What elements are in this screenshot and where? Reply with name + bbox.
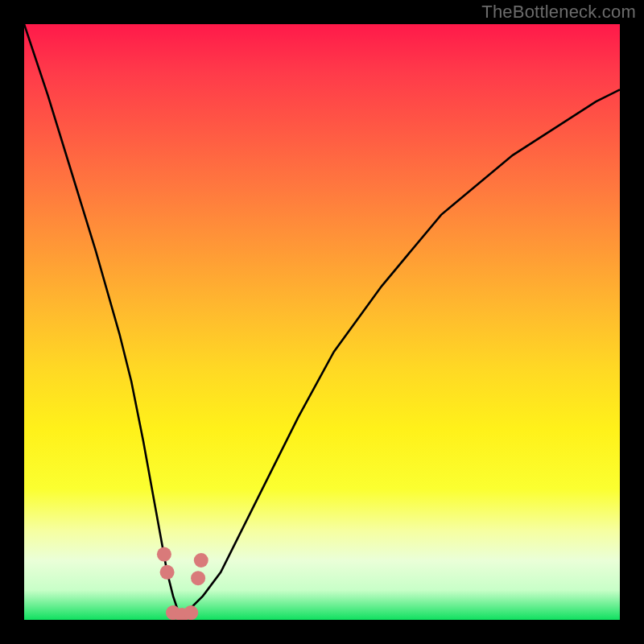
bottom-marker-3 [184, 605, 198, 620]
watermark-label: TheBottleneck.com [481, 2, 636, 23]
right-cluster-marker-1 [191, 571, 205, 585]
chart-overlay-svg [24, 24, 620, 620]
bottleneck-curve [24, 24, 620, 614]
outer-frame: TheBottleneck.com [0, 0, 644, 644]
left-cluster-marker-1 [157, 547, 171, 562]
right-cluster-marker-2 [194, 553, 208, 568]
markers-group [157, 547, 208, 620]
left-cluster-marker-2 [160, 565, 175, 580]
